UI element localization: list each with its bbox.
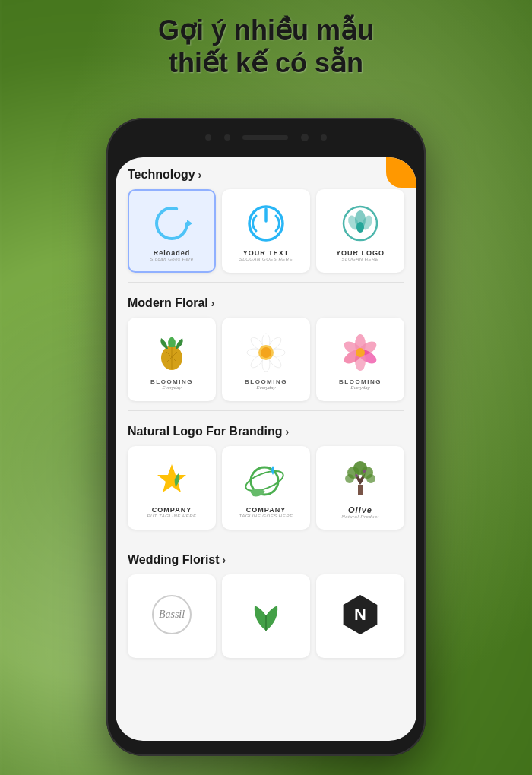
logo-card-green-leaf[interactable]: [222, 574, 310, 658]
svg-point-39: [355, 474, 358, 477]
logo-card-blooming1[interactable]: BLOOMING Everyday: [128, 318, 216, 401]
logo-grid-technology: Reloaded Slogan Goes Here: [128, 189, 404, 273]
logo-card-olive[interactable]: Olive Natural Product: [316, 446, 404, 530]
logo-img-reloaded: [149, 201, 195, 246]
svg-point-38: [366, 474, 375, 483]
section-header-technology[interactable]: Technology ›: [128, 168, 404, 182]
logo-grid-floral: BLOOMING Everyday: [128, 318, 404, 401]
chevron-wedding: ›: [223, 554, 226, 566]
chevron-floral: ›: [211, 297, 215, 309]
logo-img-green-leaf: [243, 592, 289, 637]
section-title-technology: Technology: [128, 168, 195, 182]
svg-point-32: [244, 467, 286, 495]
logo-card-hex-n[interactable]: N: [316, 574, 404, 658]
camera-dot-left: [205, 134, 211, 141]
logo-img-bassil: Bassil: [149, 592, 195, 637]
globe-leaf-label: COMPANY: [246, 506, 286, 514]
star-leaf-label: COMPANY: [152, 506, 192, 514]
logo-card-globe-leaf[interactable]: COMPANY TAGLINE GOES HERE: [222, 446, 310, 530]
hex-n-shape: N: [340, 595, 380, 634]
svg-rect-33: [358, 485, 363, 495]
blooming3-label: BLOOMING: [339, 378, 382, 385]
section-title-floral: Modern Floral: [128, 296, 208, 310]
power-label: YOUR TEXT: [243, 249, 290, 257]
svg-marker-30: [157, 464, 186, 492]
logo-card-star-leaf[interactable]: COMPANY PUT TAGLINE HERE: [128, 446, 216, 530]
blooming1-label: BLOOMING: [150, 378, 193, 385]
logo-card-blooming3[interactable]: BLOOMING Everyday: [316, 318, 404, 401]
chevron-technology: ›: [198, 169, 202, 181]
reloaded-label: Reloaded: [154, 249, 191, 257]
section-title-wedding: Wedding Florist: [128, 553, 220, 567]
speaker-bar: [242, 135, 288, 140]
logo-img-pink-flower: [337, 330, 383, 375]
logo-img-pineapple: [149, 330, 195, 375]
logo-img-daisy: [243, 330, 289, 375]
logo-grid-wedding: Bassil: [128, 574, 404, 658]
svg-point-37: [345, 474, 354, 483]
logo-card-reloaded[interactable]: Reloaded Slogan Goes Here: [128, 189, 216, 273]
title-line1: Gợi ý nhiều mẫu: [158, 14, 374, 46]
section-title-natural: Natural Logo For Branding: [128, 425, 283, 438]
svg-point-29: [356, 348, 365, 357]
blooming2-label: BLOOMING: [245, 378, 287, 385]
lotus-label: YOUR LOGO: [336, 249, 385, 257]
section-header-natural[interactable]: Natural Logo For Branding ›: [128, 425, 404, 438]
globe-leaf-sublabel: TAGLINE GOES HERE: [239, 514, 293, 518]
section-header-floral[interactable]: Modern Floral ›: [128, 296, 404, 310]
logo-img-hex-n: N: [337, 592, 383, 637]
phone-top-bar: [190, 128, 342, 147]
front-camera: [301, 134, 309, 141]
section-natural: Natural Logo For Branding ›: [116, 414, 416, 536]
logo-card-lotus[interactable]: YOUR LOGO SLOGAN HERE: [316, 189, 404, 273]
camera-dot-right: [321, 134, 327, 141]
blooming2-sub: Everyday: [256, 385, 275, 390]
blooming1-sub: Everyday: [162, 385, 181, 390]
section-header-wedding[interactable]: Wedding Florist ›: [128, 553, 404, 567]
logo-img-lotus: [337, 201, 383, 246]
divider-1: [128, 282, 404, 283]
lotus-sublabel: SLOGAN HERE: [342, 257, 379, 261]
svg-point-40: [363, 470, 366, 473]
section-technology: Technology ›: [116, 157, 416, 279]
logo-card-blooming2[interactable]: BLOOMING Everyday: [222, 318, 310, 401]
orange-accent-corner: [386, 157, 416, 188]
reloaded-icon: [151, 203, 192, 244]
section-floral: Modern Floral ›: [116, 286, 416, 407]
blooming3-sub: Everyday: [350, 385, 369, 390]
logo-img-globe-leaf: [243, 457, 289, 503]
svg-point-0: [157, 208, 187, 239]
logo-img-star-leaf: [149, 457, 195, 503]
olive-sublabel: Natural Product: [341, 514, 378, 519]
logo-card-power[interactable]: YOUR TEXT SLOGAN GOES HERE: [222, 189, 310, 273]
logo-grid-natural: COMPANY PUT TAGLINE HERE: [128, 446, 404, 530]
section-wedding: Wedding Florist › Bassil: [116, 542, 416, 664]
power-sublabel: SLOGAN GOES HERE: [239, 257, 293, 261]
chevron-natural: ›: [286, 425, 290, 438]
page-title: Gợi ý nhiều mẫu thiết kế có sẵn: [0, 14, 532, 79]
logo-card-bassil[interactable]: Bassil: [128, 574, 216, 658]
divider-3: [128, 539, 404, 539]
phone-screen: Technology ›: [116, 157, 416, 741]
bassil-text: Bassil: [152, 595, 192, 634]
title-line2: thiết kế có sẵn: [169, 47, 363, 78]
svg-point-22: [261, 347, 271, 358]
reloaded-sublabel: Slogan Goes Here: [150, 257, 193, 261]
svg-point-8: [356, 222, 364, 232]
logo-img-olive: [337, 457, 383, 502]
screen-content[interactable]: Technology ›: [116, 157, 416, 741]
star-leaf-sublabel: PUT TAGLINE HERE: [147, 514, 196, 518]
olive-label: Olive: [348, 505, 372, 514]
svg-point-36: [353, 461, 367, 475]
divider-2: [128, 410, 404, 411]
logo-img-power: [243, 201, 289, 246]
camera-dot-mid: [224, 134, 230, 141]
phone-frame: Technology ›: [106, 118, 426, 756]
svg-marker-1: [187, 220, 192, 227]
